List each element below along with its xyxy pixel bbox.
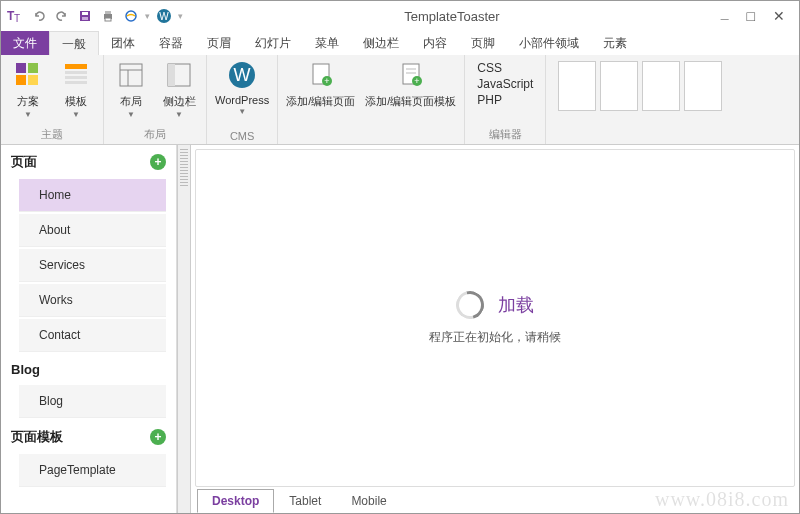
side-section-pages-title: 页面 (11, 153, 37, 171)
ribbon-layout[interactable]: 布局 ▼ (110, 57, 152, 121)
view-tab-desktop[interactable]: Desktop (197, 489, 274, 513)
tab-container[interactable]: 容器 (147, 31, 195, 55)
ribbon-side[interactable]: 侧边栏 ▼ (158, 57, 200, 121)
ribbon-side-label: 侧边栏 (163, 94, 196, 109)
workspace: 页面 + Home About Services Works Contact B… (1, 145, 799, 513)
redo-icon[interactable] (51, 5, 73, 27)
tab-footer[interactable]: 页脚 (459, 31, 507, 55)
tab-group[interactable]: 团体 (99, 31, 147, 55)
svg-rect-19 (120, 64, 142, 86)
chevron-down-icon: ▼ (238, 107, 246, 116)
svg-rect-12 (28, 63, 38, 73)
svg-rect-18 (65, 81, 87, 84)
ribbon-add-edit-page[interactable]: + 添加/编辑页面 (284, 57, 357, 111)
browser-ie-icon[interactable] (120, 5, 142, 27)
sidebar-item-pagetemplate[interactable]: PageTemplate (19, 454, 166, 487)
tab-general[interactable]: 一般 (49, 31, 99, 55)
svg-rect-4 (82, 17, 88, 20)
svg-rect-15 (65, 64, 87, 69)
sidebar-icon (163, 59, 195, 91)
tab-header[interactable]: 页眉 (195, 31, 243, 55)
template-thumb[interactable] (684, 61, 722, 111)
maximize-button[interactable]: □ (747, 8, 755, 24)
ribbon-add-edit-page-label: 添加/编辑页面 (286, 94, 355, 109)
splitter[interactable] (177, 145, 191, 513)
svg-text:+: + (414, 76, 419, 86)
canvas-body: 加载 程序正在初始化，请稍候 (195, 149, 795, 487)
ribbon-add-edit-page-template[interactable]: + 添加/编辑页面模板 (363, 57, 458, 111)
ribbon-scheme[interactable]: 方案 ▼ (7, 57, 49, 121)
ribbon-group-cms-label: CMS (213, 128, 271, 144)
view-tab-mobile[interactable]: Mobile (336, 489, 401, 513)
side-section-pagetpl-title: 页面模板 (11, 428, 63, 446)
window-controls: _ □ ✕ (721, 8, 795, 24)
tab-slideshow[interactable]: 幻灯片 (243, 31, 303, 55)
sidebar-item-works[interactable]: Works (19, 284, 166, 317)
undo-icon[interactable] (28, 5, 50, 27)
save-icon[interactable] (74, 5, 96, 27)
add-page-button[interactable]: + (150, 154, 166, 170)
ribbon-scheme-label: 方案 (17, 94, 39, 109)
tab-widget-area[interactable]: 小部件领域 (507, 31, 591, 55)
loading-spinner-icon (451, 285, 489, 323)
ribbon-group-pages: + 添加/编辑页面 + 添加/编辑页面模板 (278, 55, 465, 144)
ribbon-template-label: 模板 (65, 94, 87, 109)
quick-access-toolbar: TT ▾ W ▾ (5, 5, 183, 27)
page-plus-icon: + (305, 59, 337, 91)
sidebar-item-home[interactable]: Home (19, 179, 166, 212)
tab-file[interactable]: 文件 (1, 31, 49, 55)
ribbon-group-layout: 布局 ▼ 侧边栏 ▼ 布局 (104, 55, 207, 144)
view-tab-tablet[interactable]: Tablet (274, 489, 336, 513)
close-button[interactable]: ✕ (773, 8, 785, 24)
sidebar-item-blog[interactable]: Blog (19, 385, 166, 418)
ribbon-layout-label: 布局 (120, 94, 142, 109)
tab-sidebar[interactable]: 侧边栏 (351, 31, 411, 55)
ribbon-group-theme: 方案 ▼ 模板 ▼ 主题 (1, 55, 104, 144)
ribbon-wordpress[interactable]: W WordPress ▼ (213, 57, 271, 118)
layout-icon (115, 59, 147, 91)
editor-js-link[interactable]: JavaScript (477, 77, 533, 91)
sidebar-item-about[interactable]: About (19, 214, 166, 247)
side-section-pages-head: 页面 + (1, 145, 176, 179)
side-section-blog-title: Blog (11, 362, 40, 377)
svg-rect-6 (105, 11, 111, 14)
tab-content[interactable]: 内容 (411, 31, 459, 55)
chevron-down-icon: ▼ (24, 110, 32, 119)
chevron-down-icon: ▼ (175, 110, 183, 119)
chevron-down-icon: ▼ (127, 110, 135, 119)
ribbon-add-edit-page-template-label: 添加/编辑页面模板 (365, 94, 456, 109)
side-panel: 页面 + Home About Services Works Contact B… (1, 145, 177, 513)
ribbon-template[interactable]: 模板 ▼ (55, 57, 97, 121)
svg-rect-14 (28, 75, 38, 85)
svg-rect-7 (105, 18, 111, 21)
editor-php-link[interactable]: PHP (477, 93, 533, 107)
loading-title: 加载 (498, 293, 534, 317)
svg-text:W: W (234, 65, 251, 85)
side-section-pagetpl-head: 页面模板 + (1, 420, 176, 454)
minimize-button[interactable]: _ (721, 5, 729, 21)
ribbon-group-editor: CSS JavaScript PHP 编辑器 (465, 55, 546, 144)
tab-menu[interactable]: 菜单 (303, 31, 351, 55)
ribbon: 方案 ▼ 模板 ▼ 主题 布局 ▼ 侧边栏 ▼ 布局 (1, 55, 799, 145)
print-icon[interactable] (97, 5, 119, 27)
sidebar-item-contact[interactable]: Contact (19, 319, 166, 352)
splitter-grip-icon (180, 149, 188, 187)
ribbon-tabs: 文件 一般 团体 容器 页眉 幻灯片 菜单 侧边栏 内容 页脚 小部件领域 元素 (1, 31, 799, 55)
svg-rect-13 (16, 75, 26, 85)
svg-rect-17 (65, 76, 87, 79)
wordpress-icon: W (226, 59, 258, 91)
template-thumb[interactable] (642, 61, 680, 111)
template-thumb[interactable] (600, 61, 638, 111)
add-page-template-button[interactable]: + (150, 429, 166, 445)
tab-element[interactable]: 元素 (591, 31, 639, 55)
app-title: TemplateToaster (183, 9, 721, 24)
app-logo-icon[interactable]: TT (5, 5, 27, 27)
scheme-icon (12, 59, 44, 91)
title-bar: TT ▾ W ▾ TemplateToaster _ □ ✕ (1, 1, 799, 31)
template-icon (60, 59, 92, 91)
template-thumb[interactable] (558, 61, 596, 111)
ribbon-group-editor-label: 编辑器 (471, 125, 539, 144)
editor-css-link[interactable]: CSS (477, 61, 533, 75)
wordpress-icon[interactable]: W (153, 5, 175, 27)
sidebar-item-services[interactable]: Services (19, 249, 166, 282)
